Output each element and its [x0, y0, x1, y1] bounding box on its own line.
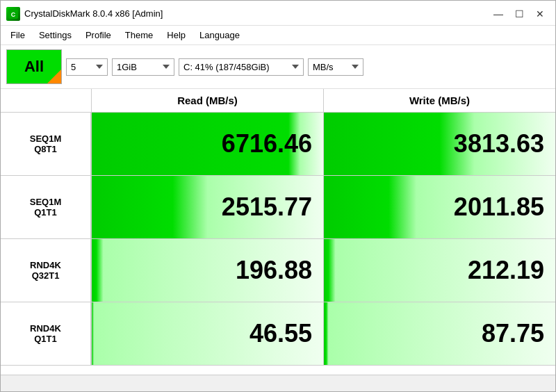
header-write: Write (MB/s) [323, 89, 555, 112]
write-value-seq1m-q8t1: 3813.63 [323, 113, 555, 175]
title-bar: C CrystalDiskMark 8.0.4 x86 [Admin] — ☐ … [1, 1, 555, 26]
title-bar-left: C CrystalDiskMark 8.0.4 x86 [Admin] [6, 7, 163, 21]
window-title: CrystalDiskMark 8.0.4 x86 [Admin] [24, 8, 163, 19]
minimize-button[interactable]: — [489, 6, 508, 22]
read-value-seq1m-q1t1: 2515.77 [91, 176, 323, 238]
all-button[interactable]: All [6, 49, 62, 84]
svg-text:C: C [11, 11, 16, 18]
drive-select[interactable]: C: 41% (187/458GiB) [179, 58, 304, 76]
menu-language[interactable]: Language [193, 27, 247, 43]
row-label-seq1m-q8t1: SEQ1M Q8T1 [1, 113, 91, 175]
window-controls: — ☐ ✕ [489, 6, 550, 22]
table-headers: Read (MB/s) Write (MB/s) [1, 89, 555, 113]
menu-file[interactable]: File [3, 27, 32, 43]
toolbar: All 5 1 3 10 1GiB 512MiB 2GiB 4GiB C: 41… [1, 45, 555, 89]
status-bar [1, 375, 555, 391]
unit-select[interactable]: MB/s GB/s IOPS μs [308, 58, 363, 76]
read-value-rnd4k-q1t1: 46.55 [91, 302, 323, 365]
table-row: SEQ1M Q1T1 2515.77 2011.85 [1, 176, 555, 239]
write-value-rnd4k-q32t1: 212.19 [323, 239, 555, 302]
menu-profile[interactable]: Profile [79, 27, 118, 43]
size-select[interactable]: 1GiB 512MiB 2GiB 4GiB [112, 58, 174, 76]
app-icon: C [6, 7, 20, 21]
table-row: SEQ1M Q8T1 6716.46 3813.63 [1, 113, 555, 176]
table-row: RND4K Q32T1 196.88 212.19 [1, 239, 555, 302]
main-window: C CrystalDiskMark 8.0.4 x86 [Admin] — ☐ … [0, 0, 556, 392]
menu-theme[interactable]: Theme [118, 27, 160, 43]
header-read: Read (MB/s) [91, 89, 323, 112]
read-value-rnd4k-q32t1: 196.88 [91, 239, 323, 302]
header-empty [1, 89, 91, 112]
menu-bar: File Settings Profile Theme Help Languag… [1, 26, 555, 45]
row-label-rnd4k-q32t1: RND4K Q32T1 [1, 239, 91, 302]
results-table: Read (MB/s) Write (MB/s) SEQ1M Q8T1 6716… [1, 89, 555, 375]
close-button[interactable]: ✕ [530, 6, 550, 22]
write-value-seq1m-q1t1: 2011.85 [323, 176, 555, 238]
menu-help[interactable]: Help [160, 27, 193, 43]
row-label-seq1m-q1t1: SEQ1M Q1T1 [1, 176, 91, 238]
count-select[interactable]: 5 1 3 10 [66, 58, 108, 76]
table-row: RND4K Q1T1 46.55 87.75 [1, 302, 555, 366]
read-value-seq1m-q8t1: 6716.46 [91, 113, 323, 175]
menu-settings[interactable]: Settings [32, 27, 79, 43]
maximize-button[interactable]: ☐ [509, 6, 529, 22]
write-value-rnd4k-q1t1: 87.75 [323, 302, 555, 365]
row-label-rnd4k-q1t1: RND4K Q1T1 [1, 302, 91, 365]
